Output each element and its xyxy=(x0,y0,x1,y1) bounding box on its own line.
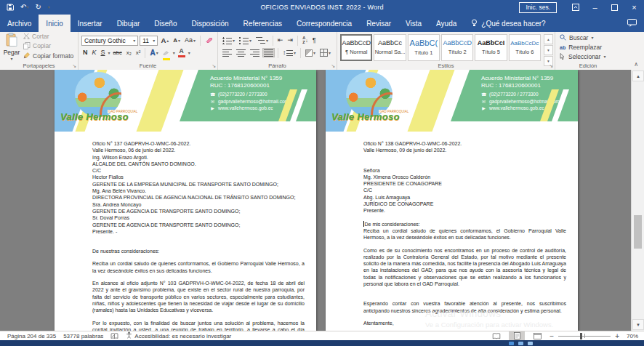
read-mode-button[interactable] xyxy=(488,331,504,340)
document-page-137[interactable]: Acuerdo Ministerial N° 1359 RUC : 176812… xyxy=(55,70,316,331)
collapse-ribbon-icon[interactable]: ∧ xyxy=(634,61,638,68)
letter-body[interactable]: Oficio N° 138 GADPRVH-O-WMC-06-2022. Val… xyxy=(326,132,578,326)
tell-me-box[interactable]: ¿Qué desea hacer? xyxy=(464,15,552,32)
shrink-font-button[interactable]: A▾ xyxy=(172,37,182,44)
recipient-line: Ing. Wilson Erazo Argoti. xyxy=(92,154,305,161)
italic-button[interactable]: K xyxy=(91,49,98,57)
font-size-value: 11 xyxy=(142,37,149,44)
paste-label: Pegar xyxy=(4,49,20,56)
tab-referencias[interactable]: Referencias xyxy=(236,15,289,32)
borders-icon xyxy=(320,49,328,57)
tab-diseno[interactable]: Diseño xyxy=(147,15,184,32)
feedback-icon[interactable] xyxy=(627,19,637,28)
page-indicator[interactable]: Página 204 de 335 xyxy=(7,333,56,339)
numbering-button[interactable]: ▾ xyxy=(238,36,253,45)
sign-in-button[interactable]: Inic. ses. xyxy=(519,2,557,13)
tab-inicio[interactable]: Inicio xyxy=(39,15,70,32)
taskbar-icon[interactable] xyxy=(518,342,523,345)
accessibility-status[interactable]: Accesibilidad: es necesario investigar xyxy=(126,331,231,340)
style-titulo-1[interactable]: AaBbC( Título 1 xyxy=(408,34,440,61)
line-spacing-button[interactable]: ↕▾ xyxy=(281,48,297,57)
bullets-button[interactable]: ▾ xyxy=(221,36,236,45)
subscript-button[interactable]: x₂ xyxy=(125,49,133,57)
taskbar-icon[interactable] xyxy=(509,342,514,345)
zoom-percentage[interactable]: 70% xyxy=(624,333,638,339)
scroll-up-icon[interactable]: ▲ xyxy=(632,71,644,81)
dialog-launcher-icon[interactable]: ↘ xyxy=(331,63,335,68)
align-right-button[interactable] xyxy=(249,48,261,57)
chevron-down-icon: ▾ xyxy=(294,51,296,55)
vertical-scrollbar[interactable]: ▲ ▼ xyxy=(631,70,644,331)
dialog-launcher-icon[interactable]: ↘ xyxy=(72,63,76,68)
style-normal[interactable]: AaBbCcD ¶ Normal xyxy=(340,34,372,61)
superscript-button[interactable]: x² xyxy=(134,49,142,57)
tab-correspondencia[interactable]: Correspondencia xyxy=(289,15,359,32)
grow-font-button[interactable]: A▴ xyxy=(159,36,170,45)
underline-button[interactable]: S xyxy=(100,49,107,57)
align-center-button[interactable] xyxy=(235,48,247,57)
select-button[interactable]: Seleccionar ▾ xyxy=(560,53,621,61)
style-normal-sa[interactable]: AaBbCc Normal Sa... xyxy=(374,34,406,61)
clear-formatting-button[interactable] xyxy=(204,36,214,45)
font-name-combo[interactable]: Century Gothic▾ xyxy=(81,36,138,46)
word-window: { "titlebar": { "title": "OFICIOS ENVIAD… xyxy=(0,0,644,346)
font-color-button[interactable]: A xyxy=(177,48,187,57)
gallery-down-icon[interactable]: ▾ xyxy=(544,45,553,55)
tab-revisar[interactable]: Revisar xyxy=(359,15,398,32)
cut-button[interactable]: Cortar xyxy=(23,33,73,41)
zoom-slider-thumb[interactable] xyxy=(580,333,582,339)
tab-disposicion[interactable]: Disposición xyxy=(184,15,236,32)
proofing-icon[interactable] xyxy=(110,333,118,339)
style-titulo-6[interactable]: AaBbCcDc Título 6 xyxy=(509,34,541,61)
dialog-launcher-icon[interactable]: ↘ xyxy=(212,63,216,68)
word-count[interactable]: 53778 palabras xyxy=(63,333,103,339)
zoom-slider[interactable] xyxy=(558,336,611,337)
style-titulo-5[interactable]: AaBbCcI Título 5 xyxy=(475,34,507,61)
minimize-button[interactable]: – xyxy=(585,0,605,15)
letter-body[interactable]: Oficio N° 137 GADPRVH-O-WMC-06-2022. Val… xyxy=(55,132,316,331)
increase-indent-button[interactable]: ⇥ xyxy=(286,36,295,44)
document-page-138[interactable]: Acuerdo Ministerial N° 1359 RUC : 176812… xyxy=(326,70,578,331)
save-icon[interactable] xyxy=(7,4,14,11)
tab-dibujar[interactable]: Dibujar xyxy=(110,15,148,32)
close-button[interactable]: × xyxy=(624,0,644,15)
replace-button[interactable]: ab Reemplazar xyxy=(560,44,621,51)
undo-icon[interactable]: ↶▾ xyxy=(20,4,28,11)
format-painter-button[interactable]: Copiar formato xyxy=(23,52,73,60)
paste-button[interactable]: Pegar ▾ xyxy=(0,32,23,61)
style-titulo-2[interactable]: AaBbCcD Título 2 xyxy=(441,34,473,61)
copy-button[interactable]: Copiar xyxy=(23,42,73,51)
change-case-button[interactable]: Aa▾ xyxy=(183,36,197,44)
tab-insertar[interactable]: Insertar xyxy=(71,15,110,32)
scroll-down-icon[interactable]: ▼ xyxy=(632,319,644,330)
borders-button[interactable]: ▾ xyxy=(318,48,332,57)
find-button[interactable]: Buscar ▾ xyxy=(560,34,621,42)
justify-button[interactable] xyxy=(262,48,275,57)
zoom-in-icon[interactable]: + xyxy=(615,332,619,340)
sort-button[interactable]: AZ↓ xyxy=(301,36,309,45)
restore-button[interactable] xyxy=(605,0,624,15)
text-effects-button[interactable]: A▾ xyxy=(148,49,159,57)
redo-icon[interactable]: ↻ xyxy=(35,4,41,11)
tab-vista[interactable]: Vista xyxy=(398,15,429,32)
highlight-button[interactable] xyxy=(161,46,172,60)
scrollbar-thumb[interactable] xyxy=(634,215,642,249)
customize-quick-access-icon[interactable]: ▾ xyxy=(48,5,50,9)
dialog-launcher-icon[interactable]: ↘ xyxy=(549,63,553,68)
bold-button[interactable]: N xyxy=(81,49,89,57)
show-marks-button[interactable]: ¶ xyxy=(311,36,318,44)
decrease-indent-button[interactable]: ⇤ xyxy=(276,36,285,44)
multilevel-list-button[interactable]: ▾ xyxy=(254,36,270,45)
zoom-out-icon[interactable]: − xyxy=(550,332,554,340)
ribbon-display-options-icon[interactable] xyxy=(565,0,585,15)
gallery-up-icon[interactable]: ▴ xyxy=(544,34,553,44)
tab-archivo[interactable]: Archivo xyxy=(0,15,39,32)
shading-button[interactable]: ▾ xyxy=(304,49,317,57)
print-layout-button[interactable] xyxy=(509,331,525,340)
strikethrough-button[interactable]: abc xyxy=(112,49,124,57)
align-left-button[interactable] xyxy=(221,48,233,57)
font-size-combo[interactable]: 11▾ xyxy=(140,36,158,46)
web-layout-button[interactable] xyxy=(529,331,545,340)
tab-ayuda[interactable]: Ayuda xyxy=(429,15,464,32)
taskbar-icon[interactable] xyxy=(528,342,533,345)
